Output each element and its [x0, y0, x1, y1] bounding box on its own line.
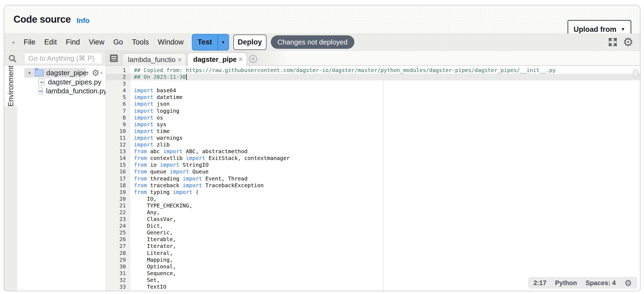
line-number[interactable]: 26: [106, 236, 130, 243]
folder-expand-caret-icon[interactable]: ▼: [27, 71, 32, 75]
code-line[interactable]: 20 IO,: [106, 196, 640, 202]
code-line[interactable]: 18from traceback import TracebackExcepti…: [106, 182, 640, 189]
menu-item-find[interactable]: Find: [66, 38, 80, 46]
fullscreen-icon[interactable]: [608, 37, 618, 47]
code-line[interactable]: 27 Iterator,: [106, 243, 640, 249]
code-line[interactable]: 26 Iterable,: [106, 236, 640, 243]
code-line[interactable]: 22 Any,: [106, 209, 640, 216]
code-line[interactable]: 31 Sequence,: [106, 270, 640, 277]
tab-lambda-function[interactable]: lambda_function. ×: [122, 53, 186, 66]
code-line[interactable]: 25 Generic,: [106, 229, 640, 236]
code-editor[interactable]: 1## Copied from: https://raw.githubuserc…: [106, 66, 640, 291]
code-line[interactable]: 1## Copied from: https://raw.githubuserc…: [106, 67, 640, 74]
line-number[interactable]: 13: [106, 148, 130, 155]
line-number[interactable]: 18: [106, 182, 130, 189]
line-number[interactable]: 20: [106, 196, 130, 202]
code-line[interactable]: 17from threading import Event, Thread: [106, 175, 640, 182]
code-line[interactable]: 28 Literal,: [106, 250, 640, 257]
test-button[interactable]: Test: [192, 35, 217, 50]
menu-item-view[interactable]: View: [89, 38, 104, 46]
line-number[interactable]: 21: [106, 202, 130, 209]
code-line[interactable]: 30 Optional,: [106, 263, 640, 270]
code-line[interactable]: 2## On 2023-11-30: [106, 74, 640, 80]
settings-gear-icon[interactable]: ⚙: [623, 37, 633, 47]
info-link[interactable]: Info: [77, 16, 90, 25]
test-dropdown-button[interactable]: ▼: [217, 35, 228, 50]
line-number[interactable]: 17: [106, 175, 130, 182]
code-line[interactable]: 29 Mapping,: [106, 257, 640, 263]
code-line[interactable]: 4import base64: [106, 87, 640, 94]
code-line[interactable]: 8import os: [106, 114, 640, 121]
search-icon[interactable]: [8, 54, 17, 63]
code-line[interactable]: 19from typing import (: [106, 189, 640, 196]
line-number[interactable]: 22: [106, 209, 130, 216]
line-number[interactable]: 23: [106, 216, 130, 223]
line-number[interactable]: 14: [106, 155, 130, 162]
code-line[interactable]: 6import json: [106, 101, 640, 107]
close-tab-icon[interactable]: ×: [178, 57, 182, 63]
code-line[interactable]: 14from contextlib import ExitStack, cont…: [106, 155, 640, 162]
code-line[interactable]: 11import warnings: [106, 135, 640, 141]
code-line[interactable]: 5import datetime: [106, 94, 640, 101]
line-number[interactable]: 3: [106, 80, 130, 87]
line-number[interactable]: 32: [106, 277, 130, 283]
environment-tab[interactable]: Environment: [4, 66, 17, 106]
file-name: lambda_function.py: [46, 87, 107, 95]
tab-list-icon[interactable]: [110, 54, 118, 62]
code-line-text: import time: [134, 128, 169, 135]
line-number[interactable]: 33: [106, 283, 130, 290]
line-number[interactable]: 7: [106, 108, 130, 114]
tree-file-item[interactable]: <>dagster_pipes.py: [17, 78, 106, 87]
line-number[interactable]: 27: [106, 243, 130, 249]
line-number[interactable]: 4: [106, 87, 130, 94]
line-number[interactable]: 9: [106, 121, 130, 128]
code-line[interactable]: 23 ClassVar,: [106, 216, 640, 223]
menu-item-tools[interactable]: Tools: [132, 38, 149, 46]
tree-folder-row[interactable]: ▼ dagster_pipes_funct ⚙ ▾: [17, 68, 106, 78]
tree-file-item[interactable]: <>lambda_function.py: [17, 87, 106, 95]
line-number[interactable]: 16: [106, 168, 130, 175]
line-number[interactable]: 2: [106, 74, 130, 80]
go-to-anything-input[interactable]: [24, 53, 102, 64]
code-line[interactable]: 3: [106, 80, 640, 87]
menu-item-file[interactable]: File: [24, 38, 36, 46]
line-number[interactable]: 30: [106, 263, 130, 270]
collapse-menubar-icon[interactable]: ▲: [11, 40, 16, 45]
menu-item-window[interactable]: Window: [158, 38, 184, 46]
line-number[interactable]: 29: [106, 257, 130, 263]
line-number[interactable]: 6: [106, 101, 130, 107]
code-line[interactable]: 10import time: [106, 128, 640, 135]
code-line[interactable]: 16from queue import Queue: [106, 168, 640, 175]
editor-scrollbar-thumb[interactable]: [633, 69, 638, 78]
code-line[interactable]: 12import zlib: [106, 141, 640, 148]
indentation-setting[interactable]: Spaces: 4: [586, 279, 616, 287]
code-line[interactable]: 13from abc import ABC, abstractmethod: [106, 148, 640, 155]
line-number[interactable]: 11: [106, 135, 130, 141]
editor-settings-gear-icon[interactable]: ⚙: [624, 278, 632, 288]
code-line[interactable]: 7import logging: [106, 108, 640, 114]
menu-item-edit[interactable]: Edit: [44, 38, 57, 46]
line-number[interactable]: 19: [106, 189, 130, 196]
tab-dagster-pipes[interactable]: dagster_pipes.py ×: [187, 52, 247, 66]
line-number[interactable]: 1: [106, 67, 130, 74]
line-number[interactable]: 5: [106, 94, 130, 101]
tree-settings-button[interactable]: ⚙ ▾: [92, 68, 102, 78]
line-number[interactable]: 24: [106, 223, 130, 229]
line-number[interactable]: 31: [106, 270, 130, 277]
code-line[interactable]: 21 TYPE_CHECKING,: [106, 202, 640, 209]
line-number[interactable]: 28: [106, 250, 130, 257]
language-mode[interactable]: Python: [555, 279, 577, 287]
code-line[interactable]: 24 Dict,: [106, 223, 640, 229]
menu-item-go[interactable]: Go: [113, 38, 123, 46]
code-line[interactable]: 9import sys: [106, 121, 640, 128]
line-number[interactable]: 25: [106, 229, 130, 236]
deploy-button[interactable]: Deploy: [233, 35, 266, 50]
cursor-position[interactable]: 2:17: [534, 279, 546, 287]
code-line[interactable]: 15from io import StringIO: [106, 162, 640, 168]
line-number[interactable]: 8: [106, 114, 130, 121]
line-number[interactable]: 12: [106, 141, 130, 148]
new-tab-button[interactable]: +: [249, 55, 257, 63]
line-number[interactable]: 10: [106, 128, 130, 135]
line-number[interactable]: 15: [106, 162, 130, 168]
close-tab-icon[interactable]: ×: [238, 57, 243, 62]
